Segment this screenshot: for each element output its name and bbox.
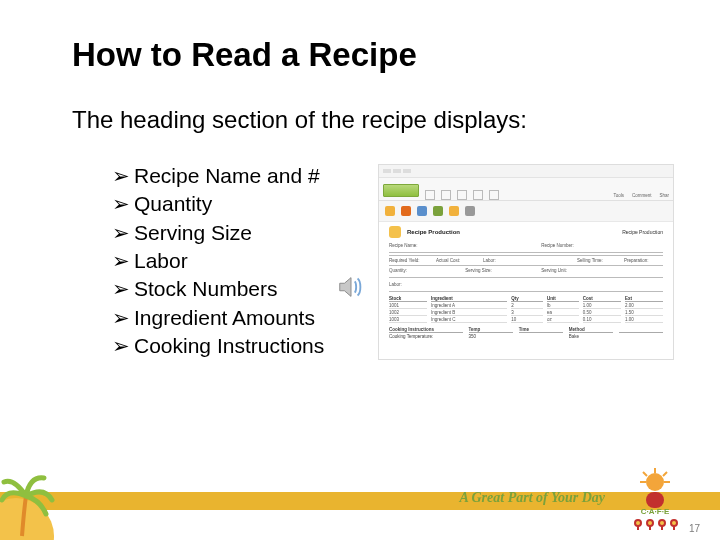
doc-heading-right: Recipe Production [622,229,663,235]
slide-title: How to Read a Recipe [72,36,417,74]
create-button[interactable] [383,184,419,197]
app-toolbar [379,201,673,222]
list-item: ➢Labor [112,247,324,275]
tab-tools[interactable]: Tools [613,193,624,198]
labor-row: Labor: [389,280,663,289]
list-item-label: Recipe Name and # [134,164,320,187]
list-item: ➢Serving Size [112,219,324,247]
tab-comment[interactable]: Comment [632,193,652,198]
footer-accent-bar [0,492,720,510]
bullet-icon: ➢ [112,221,130,244]
list-item-label: Stock Numbers [134,277,278,300]
svg-text:C·A·F·E: C·A·F·E [641,507,670,516]
list-item-label: Labor [134,249,188,272]
icon-1[interactable] [385,206,395,216]
qty-row: Quantity: Serving Size: Serving Unit: [389,266,663,275]
bullet-icon: ➢ [112,306,130,329]
bullet-icon: ➢ [112,277,130,300]
document-page: Recipe Production Recipe Production Reci… [379,222,673,345]
slide: How to Read a Recipe The heading section… [0,0,720,540]
bullet-icon: ➢ [112,334,130,357]
svg-point-1 [646,473,664,491]
list-item: ➢Stock Numbers [112,275,324,303]
yield-row: Required Yield: Actual Cost: Labor: Sell… [389,255,663,266]
icon-5[interactable] [449,206,459,216]
list-item-label: Cooking Instructions [134,334,324,357]
recipe-pdf-screenshot: Tools Comment Shar Recipe Production Rec… [378,164,674,360]
recipe-name-row: Recipe Name: Recipe Number: [389,241,663,250]
footer-tagline: A Great Part of Your Day [459,490,605,506]
bullet-icon: ➢ [112,192,130,215]
svg-rect-2 [646,492,664,508]
list-item: ➢Quantity [112,190,324,218]
svg-point-0 [0,498,54,540]
slide-subhead: The heading section of the recipe displa… [72,106,527,134]
page-number: 17 [689,523,700,534]
app-ribbon: Tools Comment Shar [379,178,673,201]
list-item-label: Serving Size [134,221,252,244]
icon-4[interactable] [433,206,443,216]
cafe-logo-icon: C·A·F·E [620,468,690,530]
svg-point-8 [659,520,665,526]
bullet-icon: ➢ [112,164,130,187]
icon-6[interactable] [465,206,475,216]
svg-point-10 [671,520,677,526]
icon-2[interactable] [401,206,411,216]
window-titlebar [379,165,673,178]
bullet-list: ➢Recipe Name and # ➢Quantity ➢Serving Si… [112,162,324,360]
doc-logo-icon [389,226,401,238]
svg-point-4 [635,520,641,526]
tab-share[interactable]: Shar [659,193,669,198]
list-item: ➢Ingredient Amounts [112,304,324,332]
ingredients-table: Stock Ingredient Qty Unit Cost Ext 1001 … [389,296,663,323]
svg-point-6 [647,520,653,526]
cooking-section: Cooking Instructions Temp Time Method Co… [389,327,663,339]
palm-tree-icon [0,470,70,540]
doc-heading: Recipe Production [407,229,460,235]
list-item: ➢Recipe Name and # [112,162,324,190]
list-item-label: Ingredient Amounts [134,306,315,329]
list-item-label: Quantity [134,192,212,215]
icon-3[interactable] [417,206,427,216]
bullet-icon: ➢ [112,249,130,272]
list-item: ➢Cooking Instructions [112,332,324,360]
speaker-icon [336,272,366,302]
